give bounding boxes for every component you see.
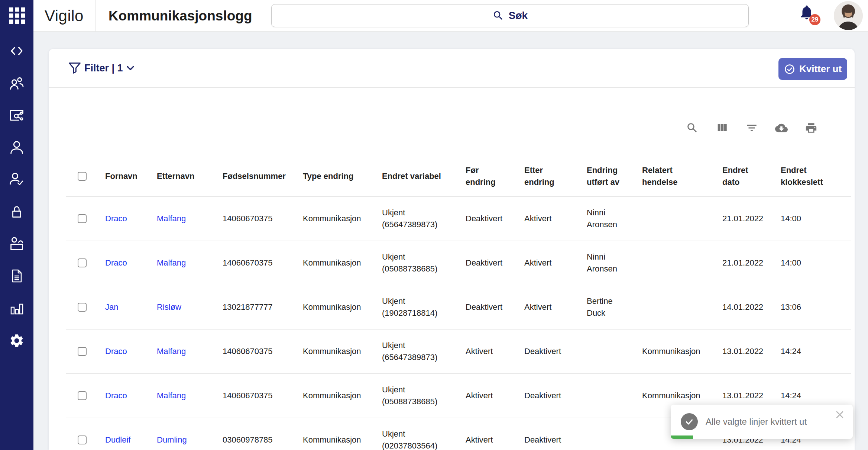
cell: Kommunikasjon: [303, 345, 382, 357]
cell: 14060670375: [223, 390, 303, 402]
sidebar-item-person-check[interactable]: [9, 171, 25, 187]
filter-list-icon[interactable]: [745, 122, 758, 134]
cell-link[interactable]: Dudleif: [105, 434, 157, 446]
sidebar-item-apps[interactable]: [9, 7, 25, 24]
toast-notification: Alle valgte linjer kvittert ut: [671, 405, 853, 439]
checkbox-cell: [66, 214, 105, 223]
chevron-down-icon[interactable]: [125, 64, 136, 73]
cell: Aktivert: [466, 434, 524, 446]
column-header[interactable]: Type endring: [303, 170, 382, 182]
sidebar-item-screen-share[interactable]: [9, 107, 25, 124]
row-checkbox[interactable]: [78, 303, 87, 312]
cell-link[interactable]: Risløw: [157, 301, 223, 313]
cell-link[interactable]: Dumling: [157, 434, 223, 446]
columns-icon[interactable]: [716, 122, 728, 134]
toast-progress-bar: [671, 435, 693, 439]
column-header[interactable]: Etter endring: [524, 164, 587, 188]
cell-link[interactable]: Malfang: [157, 345, 223, 357]
notification-count-badge: 29: [809, 14, 820, 25]
cell-link[interactable]: Draco: [105, 345, 157, 357]
table-row: JanRisløw13021877777KommunikasjonUkjent …: [66, 285, 851, 330]
check-circle-icon: [784, 64, 795, 75]
cell: 14060670375: [223, 213, 303, 225]
cell: 14:24: [781, 345, 851, 357]
select-all-checkbox[interactable]: [78, 172, 87, 181]
print-icon[interactable]: [805, 122, 817, 134]
row-checkbox[interactable]: [78, 435, 87, 444]
table-row: DracoMalfang14060670375KommunikasjonUkje…: [66, 241, 851, 285]
toast-message: Alle valgte linjer kvittert ut: [706, 405, 807, 439]
cell-link[interactable]: Draco: [105, 213, 157, 225]
column-header[interactable]: Endret dato: [722, 164, 781, 188]
cell: Ukjent (05088738685): [382, 384, 466, 408]
row-checkbox[interactable]: [78, 258, 87, 267]
column-header[interactable]: Endret klokkeslett: [781, 164, 851, 188]
cell: Kommunikasjon: [303, 434, 382, 446]
sidebar-item-settings[interactable]: [9, 332, 25, 349]
column-header[interactable]: Endring utført av: [587, 164, 642, 188]
filter-dropdown-label[interactable]: Filter | 1: [84, 49, 123, 87]
sidebar-item-reception[interactable]: [9, 236, 25, 252]
cell-link[interactable]: Malfang: [157, 390, 223, 402]
notifications-button[interactable]: 29: [798, 4, 820, 28]
app-logo: Vigilo: [45, 0, 84, 32]
table-row: DracoMalfang14060670375KommunikasjonUkje…: [66, 197, 851, 241]
search-input[interactable]: Søk: [271, 4, 749, 27]
cell: 14:24: [781, 390, 851, 402]
cell: Ninni Aronsen: [587, 251, 642, 275]
cell-link[interactable]: Jan: [105, 301, 157, 313]
cell-link[interactable]: Malfang: [157, 257, 223, 269]
reception-desk-icon: [9, 236, 25, 252]
column-header[interactable]: Endret variabel: [382, 170, 466, 182]
row-checkbox[interactable]: [78, 214, 87, 223]
cell: 13021877777: [223, 301, 303, 313]
cell: Deaktivert: [524, 390, 587, 402]
sidebar-item-collapse[interactable]: [9, 43, 25, 59]
bar-chart-icon: [9, 301, 25, 316]
filter-funnel-icon[interactable]: [67, 61, 82, 75]
cell: Deaktivert: [524, 345, 587, 357]
acknowledge-button[interactable]: Kvitter ut: [778, 58, 847, 80]
sidebar-item-statistics[interactable]: [9, 300, 25, 317]
cell-link[interactable]: Draco: [105, 390, 157, 402]
lock-icon: [9, 204, 25, 219]
person-check-icon: [9, 171, 25, 186]
cell-link[interactable]: Draco: [105, 257, 157, 269]
cell: 14060670375: [223, 345, 303, 357]
cell-link[interactable]: Malfang: [157, 213, 223, 225]
table-row: DracoMalfang14060670375KommunikasjonUkje…: [66, 330, 851, 374]
table-search-icon[interactable]: [686, 122, 699, 134]
toast-check-icon: [681, 413, 698, 430]
close-icon[interactable]: [834, 409, 845, 420]
user-avatar[interactable]: [834, 1, 863, 30]
cell: Ukjent (19028718814): [382, 295, 466, 319]
cell: 14.01.2022: [722, 301, 781, 313]
cell: 13.01.2022: [722, 345, 781, 357]
sidebar-item-person[interactable]: [9, 139, 25, 155]
download-icon[interactable]: [775, 122, 788, 134]
cell: Ukjent (02037803564): [382, 428, 466, 450]
column-header[interactable]: Fødselsnummer: [223, 170, 303, 182]
column-header[interactable]: Fornavn: [105, 170, 157, 182]
settings-gear-icon: [9, 333, 25, 348]
row-checkbox[interactable]: [78, 347, 87, 356]
checkbox-cell: [66, 258, 105, 267]
header-divider: [95, 0, 96, 32]
sidebar-item-group[interactable]: [9, 75, 25, 91]
column-header[interactable]: Etternavn: [157, 170, 223, 182]
group-icon: [9, 75, 25, 90]
column-header[interactable]: Relatert hendelse: [642, 164, 722, 188]
sidebar-item-lock[interactable]: [9, 203, 25, 220]
cell: 14060670375: [223, 257, 303, 269]
avatar-photo: [834, 1, 863, 30]
column-header[interactable]: Før endring: [466, 164, 524, 188]
cell: Aktivert: [524, 301, 587, 313]
cell: Ukjent (65647389873): [382, 340, 466, 363]
row-checkbox[interactable]: [78, 391, 87, 400]
sidebar: [0, 0, 33, 450]
cell: Kommunikasjon: [303, 301, 382, 313]
cell: Kommunikasjon: [303, 213, 382, 225]
cell: 14:00: [781, 213, 851, 225]
sidebar-item-document[interactable]: [9, 268, 25, 284]
page-title: Kommunikasjonslogg: [108, 0, 252, 32]
